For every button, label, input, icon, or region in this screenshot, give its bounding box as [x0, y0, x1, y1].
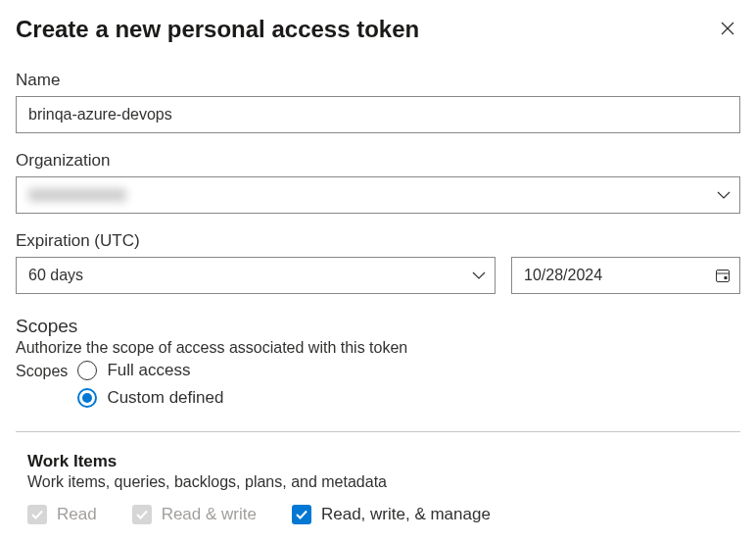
name-input[interactable] [16, 96, 740, 133]
radio-circle [77, 388, 97, 408]
organization-select[interactable] [16, 176, 740, 214]
check-icon [31, 510, 43, 519]
radio-custom-label: Custom defined [107, 388, 223, 408]
check-icon [296, 510, 307, 519]
radio-custom-defined[interactable]: Custom defined [77, 388, 223, 408]
name-label: Name [16, 71, 740, 90]
organization-label: Organization [16, 151, 740, 171]
radio-circle [77, 361, 97, 380]
scopes-label: Scopes [16, 361, 68, 380]
checkbox-box [27, 505, 47, 524]
expiration-date-input[interactable] [511, 257, 740, 294]
scopes-description: Authorize the scope of access associated… [16, 339, 740, 357]
page-title: Create a new personal access token [16, 16, 419, 43]
checkbox-read-write[interactable]: Read & write [132, 505, 257, 524]
expiration-label: Expiration (UTC) [16, 231, 740, 251]
close-button[interactable] [715, 16, 740, 41]
scope-category-description: Work items, queries, backlogs, plans, an… [27, 473, 740, 491]
radio-dot [82, 393, 92, 403]
checkbox-read-write-manage[interactable]: Read, write, & manage [292, 505, 491, 524]
checkbox-read-write-manage-label: Read, write, & manage [321, 505, 491, 524]
checkbox-read[interactable]: Read [27, 505, 97, 524]
expiration-duration-select[interactable]: 60 days [16, 257, 496, 294]
close-icon [721, 22, 734, 35]
checkbox-read-label: Read [57, 505, 97, 524]
radio-full-label: Full access [107, 361, 190, 380]
checkbox-box [132, 505, 152, 524]
checkbox-box [292, 505, 311, 524]
check-icon [136, 510, 148, 519]
checkbox-read-write-label: Read & write [162, 505, 257, 524]
radio-full-access[interactable]: Full access [77, 361, 223, 380]
scopes-title: Scopes [16, 316, 740, 337]
scope-category-work-items: Work Items Work items, queries, backlogs… [16, 452, 740, 524]
scope-category-title: Work Items [27, 452, 740, 471]
expiration-duration-value: 60 days [28, 267, 83, 284]
organization-value [28, 188, 126, 202]
divider [16, 431, 740, 432]
